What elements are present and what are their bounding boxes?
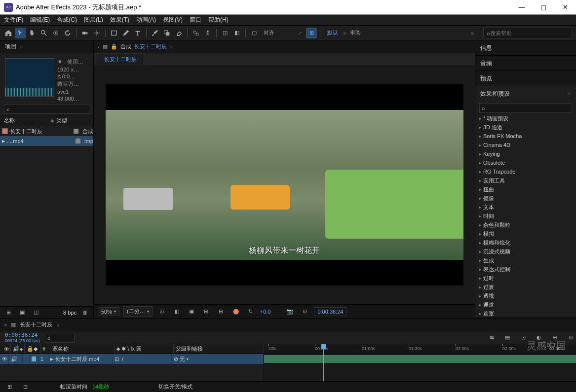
channels-icon[interactable]: ⬤ <box>230 306 241 317</box>
close-icon[interactable]: × <box>4 322 7 328</box>
project-panel-header[interactable]: 项目 ≡ <box>0 40 93 53</box>
eraser-tool-icon[interactable] <box>173 28 184 38</box>
menu-comp[interactable]: 合成(C) <box>57 16 77 24</box>
panel-menu-icon[interactable]: ≡ <box>170 44 173 50</box>
effect-category[interactable]: ▸* 动画预设 <box>475 114 576 123</box>
effect-category[interactable]: ▸RG Trapcode <box>475 167 576 176</box>
effect-category[interactable]: ▸表达式控制 <box>475 265 576 274</box>
menu-edit[interactable]: 编辑(E) <box>30 16 50 24</box>
col-parent[interactable]: 父级和链接 <box>174 344 264 354</box>
new-comp-icon[interactable]: ◫ <box>31 307 41 318</box>
timeline-timecode[interactable]: 0:00:36:24 <box>5 332 40 338</box>
info-panel[interactable]: 信息 <box>475 40 576 55</box>
comp-tab[interactable]: 长安十二时辰 <box>98 54 143 65</box>
label-color[interactable] <box>74 129 78 134</box>
preview-panel[interactable]: 预览 <box>475 71 576 86</box>
col-label[interactable]: ◆ <box>32 344 40 354</box>
effect-category[interactable]: ▸生成 <box>475 256 576 265</box>
timeline-search[interactable]: ⌕ <box>45 333 75 343</box>
layer-clip[interactable] <box>264 355 576 363</box>
align-box-icon[interactable]: ▢ <box>249 28 260 38</box>
anchor-tool-icon[interactable] <box>91 28 102 38</box>
footage-thumbnail[interactable] <box>5 58 54 97</box>
effects-panel-header[interactable]: 效果和预设 ≡ <box>475 86 576 101</box>
viewer-timecode[interactable]: 0:00:36:24 <box>314 307 346 316</box>
menu-window[interactable]: 窗口 <box>190 16 201 24</box>
3d-icon[interactable]: ◧ <box>231 28 242 38</box>
region-icon[interactable]: ▣ <box>186 306 197 317</box>
effect-category[interactable]: ▸透视 <box>475 291 576 300</box>
snapshot-icon[interactable]: 📷 <box>284 306 295 317</box>
effect-category[interactable]: ▸模糊和锐化 <box>475 238 576 247</box>
grid-icon[interactable]: ⊞ <box>201 306 212 317</box>
lock-closed-icon[interactable]: 🔒 <box>111 43 117 50</box>
roto-tool-icon[interactable] <box>191 28 201 38</box>
col-switches[interactable]: ♣ ✱ \ fx 圓 <box>115 344 174 354</box>
col-num[interactable]: # <box>40 344 50 354</box>
workspace-default[interactable]: 默认 <box>323 29 342 36</box>
rotate-tool-icon[interactable] <box>62 28 73 38</box>
snap-icon[interactable]: ⊞ <box>306 28 317 38</box>
zoom-tool-icon[interactable] <box>38 28 49 38</box>
effect-category[interactable]: ▸模拟 <box>475 229 576 238</box>
project-search-input[interactable]: ⌕ <box>4 104 89 114</box>
reset-exposure-icon[interactable]: ↻ <box>245 306 256 317</box>
panel-menu-icon[interactable]: ≡ <box>568 91 571 97</box>
timeline-comp-name[interactable]: 长安十二时辰 <box>20 321 52 328</box>
help-search[interactable]: ⌕ <box>483 28 572 38</box>
menu-animation[interactable]: 动画(A) <box>136 16 156 24</box>
tl-btn-3[interactable]: ⊡ <box>518 332 529 343</box>
minimize-button[interactable]: ― <box>511 0 533 15</box>
angle-icon[interactable]: ⟋ <box>294 28 305 38</box>
tl-foot-icon2[interactable]: ⊡ <box>20 382 31 392</box>
playhead[interactable] <box>323 344 324 381</box>
effect-category[interactable]: ▸杂色和颗粒 <box>475 220 576 229</box>
tl-btn-5[interactable]: ⊕ <box>549 332 560 343</box>
hand-tool-icon[interactable] <box>27 28 38 38</box>
menu-effect[interactable]: 效果(T) <box>110 16 129 24</box>
col-audio[interactable]: 🔊 <box>11 344 18 354</box>
align-label[interactable]: 对齐 <box>261 29 277 36</box>
brush-tool-icon[interactable] <box>150 28 160 38</box>
col-solo[interactable]: ● <box>18 344 25 354</box>
effects-category-list[interactable]: ▸* 动画预设▸3D 通道▸Boris FX Mocha▸Cinema 4D▸K… <box>475 114 576 318</box>
col-visibility[interactable]: 👁 <box>2 344 11 354</box>
exposure-value[interactable]: +0.0 <box>260 309 271 315</box>
menu-view[interactable]: 视图(V) <box>163 16 183 24</box>
transparency-icon[interactable]: ⊡ <box>156 306 167 317</box>
chevron-double-icon[interactable]: » <box>471 30 474 36</box>
show-snapshot-icon[interactable]: ⊙ <box>299 306 310 317</box>
effect-category[interactable]: ▸实用工具 <box>475 176 576 185</box>
clone-tool-icon[interactable] <box>161 28 172 38</box>
effect-category[interactable]: ▸遮罩 <box>475 309 576 318</box>
effects-search-input[interactable]: ⌕ <box>479 103 572 113</box>
maximize-button[interactable]: ▢ <box>533 0 554 15</box>
tl-marker-icon[interactable]: ▦ <box>11 321 16 328</box>
effect-category[interactable]: ▸时间 <box>475 212 576 220</box>
timeline-ruler[interactable]: :00s00:30s01:00s01:30s02:00s02:30s03:00s <box>264 344 576 354</box>
selection-tool-icon[interactable] <box>15 28 26 38</box>
camera-tool-icon[interactable] <box>79 28 90 38</box>
text-tool-icon[interactable] <box>132 28 143 38</box>
timeline-layer[interactable]: 👁 🔊 1 ▶长安十二时辰.mp4 ⊡/ ⊘ 无 ▾ <box>0 354 264 364</box>
col-type[interactable]: 类型 <box>56 117 67 124</box>
effect-category[interactable]: ▸Keying <box>475 149 576 158</box>
effect-category[interactable]: ▸Obsolete <box>475 158 576 167</box>
interpret-icon[interactable]: ⊞ <box>3 307 14 318</box>
guides-icon[interactable]: ⊟ <box>216 306 227 317</box>
bpc-button[interactable]: 8 bpc <box>63 310 77 316</box>
mask-icon[interactable]: ◧ <box>171 306 182 317</box>
project-item-list[interactable]: 长安十二时辰 合成 ▶ ....mp4 Imp <box>0 126 93 306</box>
effect-category[interactable]: ▸过渡 <box>475 283 576 291</box>
toggle-switches-button[interactable]: 切换开关/模式 <box>158 383 192 391</box>
close-button[interactable]: ✕ <box>554 0 576 15</box>
tl-foot-icon1[interactable]: ⊞ <box>4 382 15 392</box>
project-item-footage[interactable]: ▶ ....mp4 Imp <box>0 136 93 146</box>
timeline-track-area[interactable]: :00s00:30s01:00s01:30s02:00s02:30s03:00s <box>264 344 576 381</box>
tl-btn-4[interactable]: ◐ <box>534 332 544 343</box>
panel-menu-icon[interactable]: ≡ <box>56 322 59 328</box>
tl-btn-6[interactable]: ⊙ <box>565 332 576 343</box>
panel-menu-icon[interactable]: ≡ <box>20 44 23 50</box>
effect-category[interactable]: ▸过时 <box>475 274 576 283</box>
res-dropdown[interactable]: (二分…▾ <box>123 306 153 317</box>
